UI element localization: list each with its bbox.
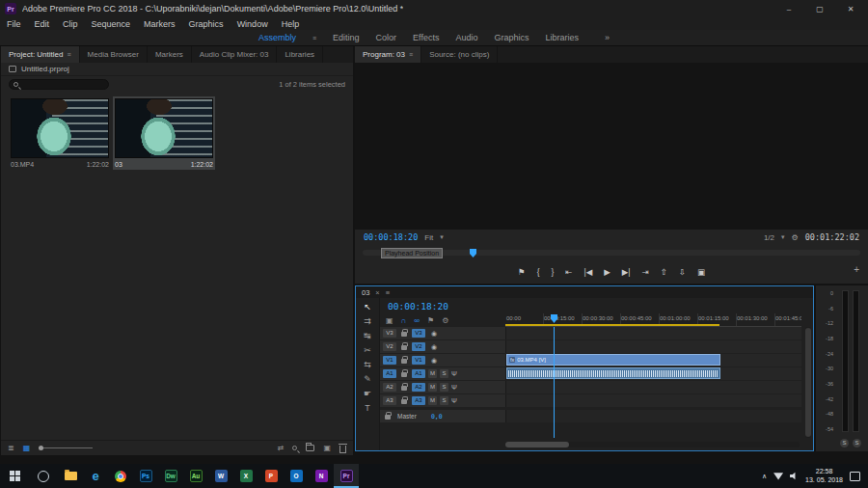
track-target-chip[interactable]: A3 [412, 396, 425, 405]
track-lock-icon[interactable] [401, 359, 407, 364]
ripple-edit-tool[interactable]: ↹ [364, 331, 371, 340]
search-box[interactable] [9, 79, 109, 90]
linked-selection-icon[interactable]: ∞ [414, 316, 420, 325]
close-tab-icon[interactable]: × [375, 288, 379, 297]
add-marker-icon[interactable]: ⚑ [427, 316, 434, 325]
zoom-select[interactable]: Fit [424, 233, 433, 242]
network-icon[interactable] [773, 473, 783, 480]
timeline-video-clip[interactable]: fx 03.MP4 [V] [506, 354, 720, 366]
taskbar-premiere[interactable]: Pr [334, 464, 359, 488]
source-patch-chip[interactable]: A1 [383, 369, 396, 378]
taskbar-audition[interactable]: Au [183, 464, 208, 488]
track-header-a3[interactable]: A3 A3 M S Ψ [380, 394, 505, 407]
action-center-icon[interactable] [850, 472, 860, 481]
menu-help[interactable]: Help [275, 19, 307, 29]
solo-button[interactable]: S [440, 369, 448, 378]
master-gain-value[interactable]: 0,0 [431, 413, 443, 420]
mark-in-button[interactable]: { [537, 267, 540, 277]
panel-menu-icon[interactable]: ≡ [409, 51, 413, 58]
scrubber-playhead[interactable] [470, 249, 476, 258]
track-header-v3[interactable]: V3 V3 ◉ [380, 327, 505, 339]
track-target-chip[interactable]: A2 [412, 383, 425, 392]
tab-audio-clip-mixer[interactable]: Audio Clip Mixer: 03 [192, 46, 278, 63]
tab-markers[interactable]: Markers [148, 46, 192, 63]
go-to-in-button[interactable]: ⇤ [565, 267, 572, 277]
source-patch-chip[interactable]: V1 [383, 356, 396, 365]
track-header-a2[interactable]: A2 A2 M S Ψ [380, 381, 505, 393]
source-patch-chip[interactable]: A2 [383, 383, 396, 392]
mute-button[interactable]: M [428, 383, 437, 392]
taskbar-outlook[interactable]: O [284, 464, 309, 488]
new-item-button[interactable]: ▣ [323, 444, 331, 452]
taskbar-excel[interactable]: X [233, 464, 258, 488]
export-frame-button[interactable]: ▣ [697, 267, 705, 277]
delete-button[interactable] [339, 446, 346, 453]
solo-left-button[interactable]: S [840, 439, 849, 447]
menu-clip[interactable]: Clip [56, 19, 85, 29]
track-lock-icon[interactable] [385, 415, 391, 420]
track-lane-v2[interactable] [505, 340, 801, 353]
workspace-audio[interactable]: Audio [455, 33, 477, 42]
cortana-button[interactable] [38, 471, 49, 482]
zoom-slider-knob[interactable] [39, 446, 43, 450]
workspace-overflow-icon[interactable]: » [605, 33, 610, 42]
bin-item-03mp4[interactable]: 03.MP4 1:22:02 [9, 96, 111, 170]
voiceover-mic-icon[interactable]: Ψ [451, 397, 457, 404]
time-ruler[interactable]: 00:00 00:00:15:00 00:00:30:00 00:00:45:0… [505, 313, 801, 327]
maximize-button[interactable]: ▢ [807, 5, 832, 14]
lift-button[interactable]: ⇧ [661, 267, 667, 277]
track-target-chip[interactable]: V2 [412, 342, 425, 351]
menu-markers[interactable]: Markers [137, 19, 182, 29]
bin-item-03-sequence[interactable]: 03 1:22:02 [113, 96, 215, 170]
panel-menu-icon[interactable]: ≡ [67, 51, 70, 58]
workspace-assembly[interactable]: Assembly [258, 33, 296, 42]
taskbar-edge[interactable]: e [83, 464, 108, 488]
menu-file[interactable]: File [0, 19, 28, 29]
workspace-editing[interactable]: Editing [333, 33, 360, 42]
list-view-button[interactable]: ≣ [8, 444, 14, 452]
solo-button[interactable]: S [440, 383, 448, 392]
mute-button[interactable]: M [428, 369, 437, 378]
new-bin-button[interactable] [306, 445, 314, 451]
workspace-menu-icon[interactable]: ≡ [312, 35, 316, 41]
tab-program[interactable]: Program: 03≡ [355, 46, 421, 63]
track-lock-icon[interactable] [401, 372, 407, 377]
go-to-out-button[interactable]: ⇥ [642, 267, 649, 277]
project-bin[interactable]: 03.MP4 1:22:02 03 1:22:02 [1, 93, 353, 440]
pen-tool[interactable]: ✎ [364, 374, 371, 384]
taskbar-clock[interactable]: 22:58 13. 05. 2018 [805, 468, 843, 484]
razor-tool[interactable]: ✂ [364, 345, 371, 355]
sequence-tab[interactable]: 03 [362, 288, 369, 297]
workspace-graphics[interactable]: Graphics [495, 33, 529, 42]
play-button[interactable]: ▶ [604, 267, 610, 277]
taskbar-dreamweaver[interactable]: Dw [158, 464, 183, 488]
timeline-settings-icon[interactable]: ⚙ [442, 316, 448, 325]
program-video-display[interactable] [355, 63, 868, 230]
work-area-bar[interactable] [505, 324, 719, 326]
solo-right-button[interactable]: S [853, 439, 861, 447]
step-forward-button[interactable]: ▶| [622, 267, 631, 277]
track-lock-icon[interactable] [401, 399, 407, 404]
track-lane-v1[interactable]: fx 03.MP4 [V] [505, 354, 801, 366]
program-current-timecode[interactable]: 00:00:18:20 [364, 232, 418, 242]
master-track-header[interactable]: Master 0,0 [380, 410, 505, 422]
source-patch-chip[interactable]: V2 [383, 342, 396, 351]
clip-thumbnail[interactable] [11, 98, 109, 158]
vertical-scroll-thumb[interactable] [805, 328, 811, 437]
track-target-chip[interactable]: V3 [412, 329, 425, 338]
taskbar-onenote[interactable]: N [309, 464, 334, 488]
track-header-v1[interactable]: V1 V1 ◉ [380, 354, 505, 366]
tab-source[interactable]: Source: (no clips) [421, 46, 498, 63]
track-header-v2[interactable]: V2 V2 ◉ [380, 340, 505, 353]
step-back-button[interactable]: |◀ [583, 267, 592, 277]
add-marker-button[interactable]: ⚑ [518, 267, 526, 277]
track-target-chip[interactable]: V1 [412, 356, 425, 365]
toggle-track-output-icon[interactable]: ◉ [431, 357, 437, 365]
menu-sequence[interactable]: Sequence [85, 19, 138, 29]
track-lock-icon[interactable] [401, 386, 407, 391]
track-lane-a1[interactable] [505, 367, 801, 380]
panel-menu-icon[interactable]: ≡ [386, 288, 390, 297]
tab-libraries[interactable]: Libraries [277, 46, 323, 63]
horizontal-scrollbar[interactable] [505, 442, 800, 447]
track-target-chip[interactable]: A1 [412, 369, 425, 378]
